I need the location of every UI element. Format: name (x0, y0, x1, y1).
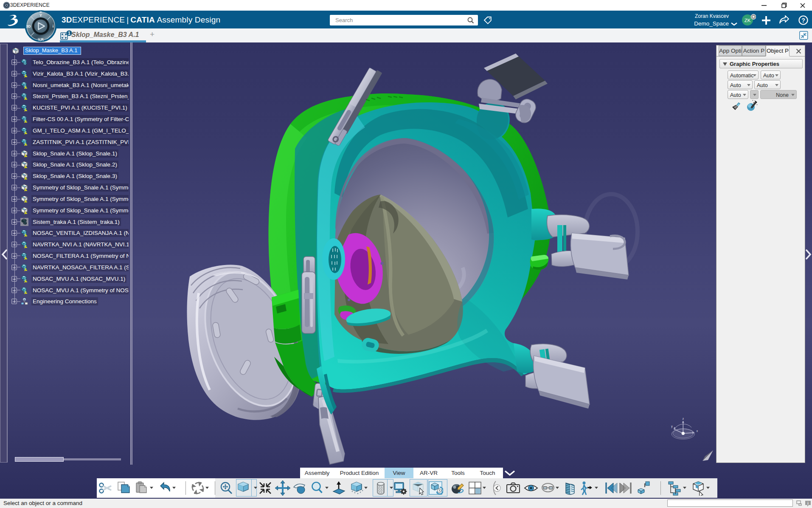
svg-text:x: x (697, 429, 698, 432)
svg-text:y: y (671, 425, 673, 428)
svg-text:⚙: ⚙ (23, 299, 25, 301)
svg-text:1: 1 (68, 31, 70, 36)
svg-text:3D: 3D (26, 24, 31, 28)
svg-text:i: i (807, 501, 809, 505)
svg-text:z: z (683, 417, 684, 420)
svg-text:?: ? (801, 17, 805, 24)
svg-text:ZK: ZK (745, 18, 751, 23)
svg-text:V,R: V,R (38, 37, 43, 42)
svg-text:i: i (53, 24, 54, 28)
svg-text:Y: Y (39, 13, 42, 17)
